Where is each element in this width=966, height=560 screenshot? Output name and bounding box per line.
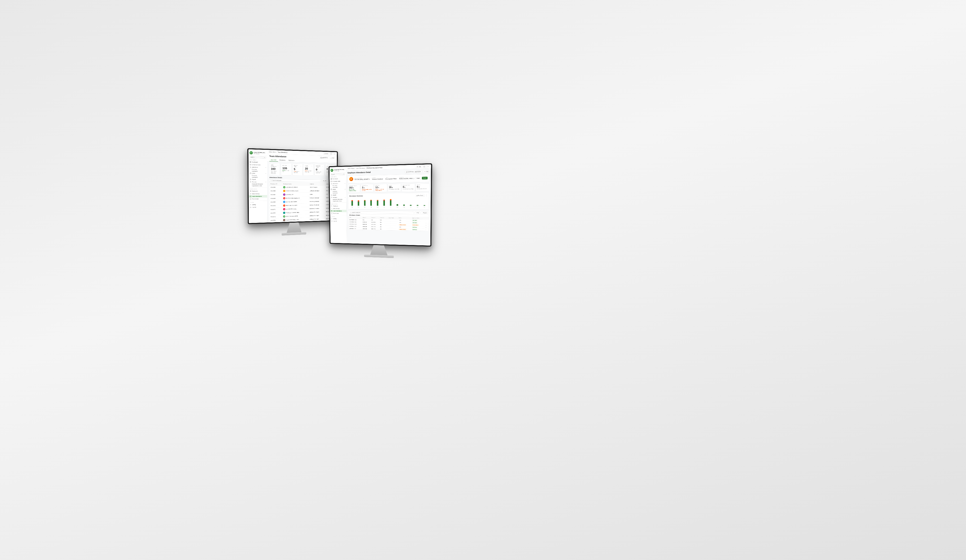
detail-search-input[interactable] xyxy=(352,212,413,213)
detail-action-cell[interactable]: — xyxy=(424,229,429,231)
sidebar-sub-org-chart[interactable]: Organization Chart xyxy=(248,185,267,187)
maximize-button[interactable] xyxy=(330,152,332,155)
emp-id-cell: COL0074 xyxy=(269,218,282,223)
sidebar-item-news-settings[interactable]: News Settings xyxy=(248,193,267,195)
chart-menu[interactable]: ⋮ xyxy=(426,194,428,196)
excel-button[interactable]: Excel xyxy=(422,177,427,180)
sidebar-search-box[interactable] xyxy=(250,156,266,159)
right-calendar-input-icon xyxy=(406,171,407,172)
bar-month-label: Jan xyxy=(352,206,353,207)
svg-line-1 xyxy=(264,157,265,158)
stat-title: On Time xyxy=(283,165,287,166)
right-sub-org-chart[interactable]: Organization Chart xyxy=(330,200,347,202)
sidebar-item-team-leave[interactable]: Team Leave xyxy=(249,198,267,200)
right-help-button[interactable]: ? Help xyxy=(416,165,422,168)
table-search-box[interactable] xyxy=(269,179,321,182)
chart-container: Attendance Summary Bar Chart xyxy=(348,193,429,210)
bar-group: Feb xyxy=(355,199,361,206)
detail-overtime-cell: 0 hr xyxy=(379,221,388,223)
right-sidebar-team-leave[interactable]: Team Leave xyxy=(330,212,347,215)
stat-on-time: On Time ··· 135 54.4% On time rate xyxy=(281,164,292,175)
sidebar-group-personal[interactable]: Personal ▾ xyxy=(248,181,267,183)
sidebar-item-payroll[interactable]: $ Payroll xyxy=(248,178,267,181)
sort-button[interactable]: Sort xyxy=(322,180,327,182)
right-page-title: Employee Attendance Detail xyxy=(348,171,371,174)
right-sidebar-news-settings[interactable]: News Settings xyxy=(330,207,347,210)
chart-type-select[interactable]: Bar Chart ▾ xyxy=(415,194,425,196)
help-button[interactable]: ? Help xyxy=(324,152,329,155)
right-settings-icon xyxy=(331,208,333,210)
right-payroll-label: Payroll xyxy=(333,195,336,196)
detail-action-cell[interactable]: — xyxy=(424,224,429,226)
stat-menu[interactable]: ··· xyxy=(322,165,323,167)
emp-id-cell: COL0071 xyxy=(269,207,282,211)
bar-group: Dec xyxy=(421,199,428,206)
svg-point-18 xyxy=(250,181,251,182)
filter-button[interactable]: Filter xyxy=(330,157,335,159)
maximize-icon xyxy=(330,153,332,155)
right-sidebar-personal[interactable]: Personal ▾ xyxy=(330,196,347,198)
sidebar-search-input[interactable] xyxy=(251,157,264,158)
right-sidebar-employees[interactable]: Employees xyxy=(330,205,347,207)
right-stand xyxy=(370,245,388,255)
right-personal-label: Personal xyxy=(333,197,337,198)
sort-label: Sort xyxy=(324,180,326,182)
detail-action-cell[interactable]: — xyxy=(424,226,429,228)
sort-icon xyxy=(323,180,324,182)
detail-table: Date Clock In Clock Out Overtime Leave T… xyxy=(348,216,429,231)
right-breadcrumb-admin: Admin Menu xyxy=(348,168,355,169)
right-stat-leave: Leave 16 h 1% Average Leave Rate xyxy=(388,184,401,192)
stat-menu[interactable]: ··· xyxy=(289,165,290,166)
right-date-range: 01/07/2024 - 29/07/2024 xyxy=(408,171,421,172)
detail-action-cell[interactable]: — xyxy=(424,219,429,222)
svg-point-29 xyxy=(250,204,251,205)
detail-export-button[interactable]: ↓ Export xyxy=(421,212,428,214)
detail-search-box[interactable] xyxy=(349,211,414,214)
emp-position-value: Software Developer xyxy=(372,178,383,180)
svg-point-77 xyxy=(428,166,429,167)
right-sidebar-search[interactable] xyxy=(330,173,345,175)
stat-menu[interactable]: ··· xyxy=(277,165,278,167)
stat-menu[interactable]: ··· xyxy=(311,165,312,167)
stat-value: 20 xyxy=(305,167,312,170)
search-icon xyxy=(264,157,265,158)
right-settings-button[interactable] xyxy=(427,165,429,168)
tab-approval[interactable]: Approval ▸ xyxy=(287,159,296,162)
right-date-picker[interactable]: 01/07/2024 - 29/07/2024 xyxy=(405,170,422,173)
detail-button[interactable]: Detail xyxy=(415,177,421,180)
svg-line-11 xyxy=(250,167,251,167)
sidebar-item-logout[interactable]: Log out xyxy=(249,206,267,209)
right-sidebar-logout[interactable]: Log out xyxy=(330,220,347,223)
stat-leave: Leave ··· 20 12.5% Average leave rate xyxy=(304,164,314,176)
right-sidebar-team-attendance[interactable]: Team Attendance xyxy=(330,210,347,212)
detail-sort-button[interactable]: ↕ Sort xyxy=(415,212,421,214)
stat-sub: This number reflects all employees xyxy=(271,170,278,174)
table-search-input[interactable] xyxy=(272,180,320,181)
bar-group: Oct xyxy=(407,199,414,206)
right-sidebar-payroll[interactable]: $ Payroll xyxy=(330,194,347,196)
emp-position-cell: UI/UX Designer xyxy=(309,185,325,189)
date-picker[interactable]: 29/07/2024 xyxy=(319,157,329,159)
sidebar-item-employees[interactable]: Employees xyxy=(248,190,267,193)
tab-monitoring[interactable]: Monitoring xyxy=(278,159,287,162)
right-stat-unit: d xyxy=(418,186,419,188)
right-maximize-button[interactable] xyxy=(423,165,426,168)
tab-overview[interactable]: Overview xyxy=(269,158,278,162)
stat-menu[interactable]: ··· xyxy=(300,165,301,167)
bar-chart: JanFebMarAprMayJunJulAugSepOctNovDec xyxy=(349,198,428,208)
detail-col-status: Approval Status xyxy=(411,217,424,219)
table-row: COL0066 CH CHAN YU MING, ALLEN Software … xyxy=(269,189,335,193)
svg-rect-85 xyxy=(417,195,417,196)
left-stand xyxy=(287,223,302,233)
sidebar-item-team-attendance[interactable]: Team Attendance xyxy=(248,195,267,198)
sidebar-sub-personal-info[interactable]: Personal Information xyxy=(248,183,267,185)
right-search-input[interactable] xyxy=(331,174,343,175)
bar-present xyxy=(403,205,405,206)
detail-action-cell[interactable]: — xyxy=(424,222,429,224)
svg-rect-12 xyxy=(250,173,251,174)
svg-point-28 xyxy=(251,199,251,199)
right-filter-button[interactable]: Filter xyxy=(423,170,429,173)
settings-button[interactable] xyxy=(333,153,335,156)
bar-group: Mar xyxy=(362,199,368,206)
emp-id-cell: COL0069 xyxy=(269,200,282,204)
